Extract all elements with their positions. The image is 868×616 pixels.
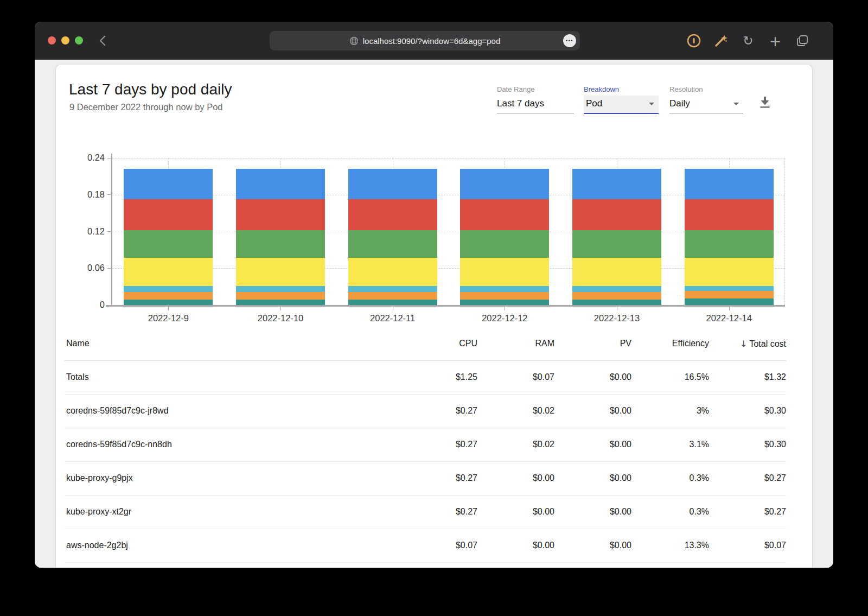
bar-segment-series-6[interactable] xyxy=(348,199,437,231)
new-tab-button[interactable]: + xyxy=(768,34,782,48)
row-value-cell: $0.27 xyxy=(709,461,786,495)
bar-segment-series-1[interactable] xyxy=(124,300,213,305)
bar-segment-series-3[interactable] xyxy=(348,286,437,292)
bar-segment-series-1[interactable] xyxy=(572,300,661,305)
tab-overview-button[interactable] xyxy=(795,34,809,48)
close-window-button[interactable] xyxy=(48,36,56,45)
zoom-window-button[interactable] xyxy=(75,36,83,45)
table-row[interactable]: Totals$1.25$0.07$0.0016.5%$1.32 xyxy=(65,360,786,394)
row-value-cell: $0.30 xyxy=(709,394,786,428)
table-row[interactable]: kube-proxy-g9pjx$0.27$0.00$0.000.3%$0.27 xyxy=(65,461,786,495)
page-options-button[interactable]: ••• xyxy=(563,34,576,47)
back-button[interactable] xyxy=(95,34,110,48)
bar-segment-series-3[interactable] xyxy=(236,286,325,292)
stacked-bar-2022-12-10[interactable] xyxy=(236,169,325,305)
bar-segment-series-2[interactable] xyxy=(124,292,213,300)
bar-segment-series-7[interactable] xyxy=(572,169,661,199)
bar-segment-series-2[interactable] xyxy=(236,292,325,300)
page-subtitle: 9 December 2022 through now by Pod xyxy=(69,102,223,112)
bar-segment-series-1[interactable] xyxy=(685,299,774,305)
date-range-field[interactable]: Date Range Last 7 days xyxy=(497,85,574,113)
bar-segment-series-4[interactable] xyxy=(236,258,325,286)
bar-segment-series-6[interactable] xyxy=(460,199,549,231)
bar-segment-series-6[interactable] xyxy=(685,199,774,231)
address-bar[interactable]: localhost:9090/?window=6d&agg=pod ••• xyxy=(270,31,580,50)
bar-segment-series-7[interactable] xyxy=(124,169,213,199)
allocation-table: NameCPURAMPVEfficiency↓Total cost Totals… xyxy=(65,327,786,563)
bar-segment-series-7[interactable] xyxy=(685,169,774,199)
wand-extension-button[interactable] xyxy=(714,34,728,48)
bar-segment-series-1[interactable] xyxy=(348,300,437,305)
bar-segment-series-3[interactable] xyxy=(572,286,661,292)
row-value-cell: 3% xyxy=(631,394,709,428)
column-header-pv[interactable]: PV xyxy=(554,327,631,360)
stacked-bar-2022-12-12[interactable] xyxy=(460,169,549,305)
resolution-value[interactable]: Daily xyxy=(669,96,743,113)
bar-segment-series-5[interactable] xyxy=(236,230,325,258)
column-header-name[interactable]: Name xyxy=(65,327,400,360)
breakdown-value-text: Pod xyxy=(586,98,602,109)
table-row[interactable]: aws-node-2g2bj$0.07$0.00$0.0013.3%$0.07 xyxy=(65,529,786,562)
bar-segment-series-4[interactable] xyxy=(572,258,661,286)
column-header-cpu[interactable]: CPU xyxy=(400,327,477,360)
bar-segment-series-5[interactable] xyxy=(124,230,213,258)
bar-segment-series-4[interactable] xyxy=(124,258,213,286)
row-value-cell: $0.30 xyxy=(709,428,786,461)
row-value-cell: $0.00 xyxy=(554,428,631,461)
column-header-total-cost[interactable]: ↓Total cost xyxy=(709,327,786,360)
password-extension-button[interactable] xyxy=(687,34,701,48)
resolution-select[interactable]: Resolution Daily xyxy=(669,85,743,113)
bar-segment-series-5[interactable] xyxy=(572,230,661,258)
bar-segment-series-7[interactable] xyxy=(236,169,325,199)
bar-segment-series-1[interactable] xyxy=(236,300,325,305)
bar-slot xyxy=(336,158,449,305)
row-name-cell: Totals xyxy=(65,360,400,394)
bar-segment-series-7[interactable] xyxy=(460,169,549,199)
bar-segment-series-5[interactable] xyxy=(685,230,774,258)
bar-segment-series-4[interactable] xyxy=(685,258,774,286)
stacked-bar-2022-12-9[interactable] xyxy=(124,169,213,305)
bar-segment-series-4[interactable] xyxy=(348,258,437,286)
x-tick xyxy=(280,307,281,310)
bar-segment-series-5[interactable] xyxy=(460,230,549,258)
bar-segment-series-6[interactable] xyxy=(572,199,661,231)
minimize-window-button[interactable] xyxy=(61,36,69,45)
x-axis-label: 2022-12-9 xyxy=(125,313,212,323)
date-range-value[interactable]: Last 7 days xyxy=(497,96,574,113)
table-row[interactable]: coredns-59f85d7c9c-jr8wd$0.27$0.02$0.003… xyxy=(65,394,786,428)
bar-segment-series-6[interactable] xyxy=(236,199,325,231)
bar-segment-series-1[interactable] xyxy=(460,300,549,305)
stacked-bar-2022-12-13[interactable] xyxy=(572,169,661,305)
table-row[interactable]: kube-proxy-xt2gr$0.27$0.00$0.000.3%$0.27 xyxy=(65,495,786,529)
stacked-bar-2022-12-11[interactable] xyxy=(348,169,437,305)
bar-segment-series-2[interactable] xyxy=(572,292,661,300)
bar-segment-series-2[interactable] xyxy=(685,291,774,299)
bar-segment-series-4[interactable] xyxy=(460,258,549,286)
breakdown-select[interactable]: Breakdown Pod xyxy=(584,85,659,114)
bar-segment-series-2[interactable] xyxy=(348,292,437,300)
bar-segment-series-6[interactable] xyxy=(124,199,213,231)
breakdown-value[interactable]: Pod xyxy=(584,96,659,114)
row-value-cell: 16.5% xyxy=(631,360,709,394)
y-tick xyxy=(107,158,111,158)
bar-slot xyxy=(561,158,673,305)
download-button[interactable] xyxy=(758,95,772,109)
bar-segment-series-3[interactable] xyxy=(685,286,774,291)
bar-segment-series-3[interactable] xyxy=(124,286,213,292)
reload-button[interactable]: ↻ xyxy=(741,34,755,48)
download-icon xyxy=(758,95,772,109)
column-header-efficiency[interactable]: Efficiency xyxy=(631,327,709,360)
column-header-ram[interactable]: RAM xyxy=(477,327,554,360)
y-tick xyxy=(107,268,111,269)
stacked-bar-2022-12-14[interactable] xyxy=(685,169,774,305)
page-background: Last 7 days by pod daily 9 December 2022… xyxy=(35,60,833,568)
row-value-cell: 3.1% xyxy=(631,428,709,461)
row-value-cell: $0.00 xyxy=(554,529,631,562)
bar-segment-series-2[interactable] xyxy=(460,292,549,300)
bar-segment-series-3[interactable] xyxy=(460,286,549,292)
traffic-lights xyxy=(48,36,83,45)
y-axis-label: 0.12 xyxy=(72,226,105,237)
bar-segment-series-5[interactable] xyxy=(348,230,437,258)
bar-segment-series-7[interactable] xyxy=(348,169,437,199)
table-row[interactable]: coredns-59f85d7c9c-nn8dh$0.27$0.02$0.003… xyxy=(65,428,786,461)
